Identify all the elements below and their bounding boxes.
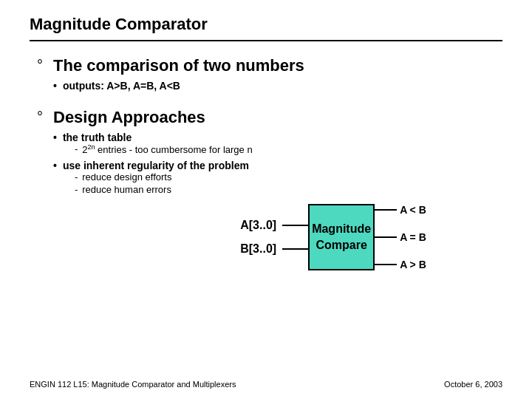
- sub-bullet-1-0-text: outputs: A>B, A=B, A<B: [63, 80, 180, 92]
- output-row-2: A = B: [375, 231, 426, 243]
- arrow-out-2: [375, 236, 397, 238]
- sub-sub-2-0-0-text: 22n entries - too cumbersome for large n: [82, 143, 252, 155]
- sub-sub-2-1-1: - reduce human errors: [75, 184, 249, 195]
- output-label-2: A = B: [400, 231, 426, 243]
- bullet-circle-2: °: [37, 109, 43, 124]
- inputs-wrapper: A[3..0] B[3..0]: [240, 204, 308, 270]
- box-line2: Compare: [316, 237, 366, 253]
- arrow-out-1: [375, 209, 397, 211]
- footer: ENGIN 112 L15: Magnitude Comparator and …: [30, 380, 502, 389]
- sub-bullet-2-0-group: the truth table - 22n entries - too cumb…: [63, 132, 253, 157]
- input-row-1: A[3..0]: [240, 219, 308, 231]
- sub-dot-2-0: •: [53, 132, 57, 143]
- dash-icon-2: -: [75, 171, 78, 183]
- bullet-1-content: The comparison of two numbers • outputs:…: [53, 56, 304, 95]
- box-line1: Magnitude: [312, 221, 371, 237]
- superscript-2n: 2n: [87, 143, 95, 151]
- bullet-1-subs: • outputs: A>B, A=B, A<B: [53, 80, 304, 92]
- output-label-1: A < B: [400, 204, 426, 216]
- bullet-section-2: ° Design Approaches • the truth table - …: [37, 108, 495, 270]
- sub-dot-2-1: •: [53, 160, 57, 171]
- input-row-2: B[3..0]: [240, 243, 308, 255]
- footer-right: October 6, 2003: [444, 380, 502, 389]
- slide-title: Magnitude Comparator: [30, 15, 208, 33]
- sub-sub-2-1-0-text: reduce design efforts: [82, 171, 171, 183]
- magnitude-compare-box: Magnitude Compare: [308, 204, 375, 270]
- sub-bullet-2-1-group: use inherent regularity of the problem -…: [63, 160, 249, 197]
- output-label-3: A > B: [400, 259, 426, 270]
- arrow-in-1: [282, 225, 308, 226]
- sub-bullet-2-1: • use inherent regularity of the problem…: [53, 160, 495, 197]
- sub-dot-1-0: •: [53, 80, 57, 92]
- sub-bullet-2-1-text: use inherent regularity of the problem: [63, 160, 249, 171]
- bullet-circle-1: °: [37, 58, 43, 72]
- input-label-2: B[3..0]: [240, 243, 282, 255]
- sub-bullet-1-0: • outputs: A>B, A=B, A<B: [53, 80, 304, 92]
- diagram-area: A[3..0] B[3..0] Magnitude Compare: [112, 204, 532, 270]
- sub-bullet-2-0-text: the truth table: [63, 132, 132, 143]
- content-area: ° The comparison of two numbers • output…: [30, 56, 502, 270]
- title-area: Magnitude Comparator: [30, 15, 502, 41]
- input-label-1: A[3..0]: [240, 219, 282, 231]
- arrow-in-2: [282, 248, 308, 250]
- bullet-2-subs: • the truth table - 22n entries - too cu…: [53, 132, 495, 197]
- arrow-out-3: [375, 264, 397, 265]
- dash-icon: -: [75, 143, 78, 155]
- bullet-section-1: ° The comparison of two numbers • output…: [37, 56, 495, 95]
- dash-icon-3: -: [75, 184, 78, 195]
- footer-left: ENGIN 112 L15: Magnitude Comparator and …: [30, 380, 236, 389]
- bullet-2-content: Design Approaches • the truth table - 22…: [53, 108, 495, 270]
- sub-sub-2-0-0: - 22n entries - too cumbersome for large…: [75, 143, 253, 155]
- slide-container: Magnitude Comparator ° The comparison of…: [0, 0, 532, 399]
- bullet-2-main: Design Approaches: [53, 108, 495, 127]
- sub-bullet-2-0: • the truth table - 22n entries - too cu…: [53, 132, 495, 157]
- outputs-col: A < B A = B A > B: [375, 204, 426, 270]
- sub-sub-2-1-0: - reduce design efforts: [75, 171, 249, 183]
- output-row-3: A > B: [375, 259, 426, 270]
- sub-sub-2-1-1-text: reduce human errors: [82, 184, 171, 195]
- bullet-1-main: The comparison of two numbers: [53, 56, 304, 75]
- output-row-1: A < B: [375, 204, 426, 216]
